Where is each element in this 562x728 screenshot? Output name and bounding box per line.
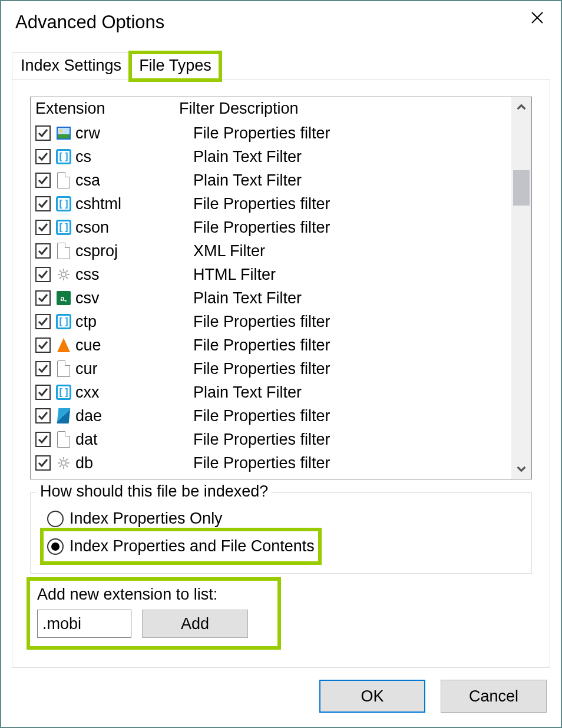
checkmark-icon bbox=[38, 222, 48, 233]
svg-line-6 bbox=[66, 277, 68, 279]
add-extension-label: Add new extension to list: bbox=[37, 585, 272, 604]
checkbox[interactable] bbox=[35, 432, 51, 447]
checkbox[interactable] bbox=[35, 455, 51, 471]
checkbox[interactable] bbox=[35, 220, 51, 235]
svg-point-0 bbox=[61, 272, 66, 277]
list-item[interactable]: a,csvPlain Text Filter bbox=[31, 286, 511, 310]
checkmark-icon bbox=[38, 458, 48, 468]
filter-description: Plain Text Filter bbox=[193, 148, 511, 166]
checkmark-icon bbox=[38, 293, 48, 303]
svg-line-5 bbox=[59, 270, 61, 272]
extension-name: crw bbox=[75, 124, 193, 143]
column-header-extension[interactable]: Extension bbox=[35, 100, 179, 118]
dialog-footer: OK Cancel bbox=[1, 668, 561, 727]
code-bracket-icon: [ ] bbox=[55, 384, 72, 401]
list-item[interactable]: datFile Properties filter bbox=[31, 428, 511, 451]
list-item[interactable]: [ ]ctpFile Properties filter bbox=[31, 310, 511, 333]
tab-file-types[interactable]: File Types bbox=[130, 52, 220, 80]
list-item[interactable]: [ ]cxxPlain Text Filter bbox=[31, 380, 511, 404]
index-mode-group: How should this file be indexed? Index P… bbox=[30, 492, 532, 574]
checkmark-icon bbox=[38, 387, 48, 398]
checkbox[interactable] bbox=[35, 290, 51, 306]
checkmark-icon bbox=[38, 363, 48, 374]
radio-properties-and-contents[interactable]: Index Properties and File Contents bbox=[45, 532, 317, 560]
list-item[interactable]: crwFile Properties filter bbox=[31, 121, 511, 145]
scroll-thumb[interactable] bbox=[513, 170, 530, 206]
extension-name: csa bbox=[75, 171, 193, 190]
svg-line-17 bbox=[59, 465, 61, 467]
checkbox[interactable] bbox=[35, 243, 51, 259]
filter-description: File Properties filter bbox=[193, 336, 511, 355]
tab-panel-file-types: Extension Filter Description crwFile Pro… bbox=[12, 80, 550, 668]
list-item[interactable]: cssHTML Filter bbox=[31, 263, 511, 286]
checkmark-icon bbox=[38, 340, 48, 350]
extension-name: cue bbox=[75, 336, 193, 355]
checkbox[interactable] bbox=[35, 361, 51, 376]
radio-icon bbox=[47, 511, 64, 527]
filter-description: HTML Filter bbox=[193, 266, 511, 284]
ok-button[interactable]: OK bbox=[319, 680, 425, 713]
checkbox[interactable] bbox=[35, 385, 51, 400]
checkbox[interactable] bbox=[35, 125, 51, 141]
list-item[interactable]: [ ]csonFile Properties filter bbox=[31, 216, 511, 239]
list-item[interactable]: csprojXML Filter bbox=[31, 239, 511, 263]
radio-label: Index Properties Only bbox=[70, 509, 223, 528]
list-item[interactable]: cueFile Properties filter bbox=[31, 333, 511, 357]
tab-index-settings[interactable]: Index Settings bbox=[12, 52, 130, 80]
scroll-track[interactable] bbox=[511, 117, 531, 459]
checkmark-icon bbox=[38, 246, 48, 256]
window-title: Advanced Options bbox=[15, 12, 164, 33]
filter-description: File Properties filter bbox=[193, 431, 511, 449]
list-item[interactable]: daeFile Properties filter bbox=[31, 404, 511, 428]
image-file-icon bbox=[55, 125, 72, 141]
checkbox[interactable] bbox=[35, 337, 51, 353]
filter-description: Plain Text Filter bbox=[193, 289, 511, 307]
excel-file-icon: a, bbox=[55, 290, 72, 306]
extension-name: cxx bbox=[75, 383, 193, 402]
list-item[interactable]: curFile Properties filter bbox=[31, 357, 511, 380]
filter-description: File Properties filter bbox=[193, 124, 511, 143]
extension-name: cson bbox=[75, 219, 193, 237]
file-page-icon bbox=[55, 172, 72, 188]
list-item[interactable]: [ ]cshtmlFile Properties filter bbox=[31, 192, 511, 216]
extension-name: db bbox=[75, 454, 193, 472]
checkbox[interactable] bbox=[35, 408, 51, 423]
list-item[interactable]: csaPlain Text Filter bbox=[31, 168, 511, 192]
radio-properties-only[interactable]: Index Properties Only bbox=[45, 505, 225, 532]
extension-name: ctp bbox=[75, 313, 193, 331]
code-bracket-icon: [ ] bbox=[55, 219, 72, 236]
tab-strip: Index Settings File Types bbox=[12, 52, 550, 80]
dialog-content: Index Settings File Types Extension Filt… bbox=[1, 40, 561, 668]
close-button[interactable] bbox=[525, 11, 549, 34]
filter-description: File Properties filter bbox=[193, 454, 511, 472]
checkbox[interactable] bbox=[35, 314, 51, 329]
filter-description: XML Filter bbox=[193, 242, 511, 260]
list-item[interactable]: dbFile Properties filter bbox=[31, 451, 511, 475]
column-header-filter[interactable]: Filter Description bbox=[179, 100, 511, 118]
svg-line-14 bbox=[59, 459, 61, 461]
checkmark-icon bbox=[38, 411, 48, 421]
new-extension-input[interactable] bbox=[37, 610, 131, 638]
add-extension-section: Add new extension to list: Add bbox=[30, 581, 277, 646]
titlebar: Advanced Options bbox=[1, 1, 561, 40]
checkmark-icon bbox=[38, 269, 48, 280]
chevron-down-icon bbox=[517, 464, 526, 474]
list-item[interactable]: [ ]csPlain Text Filter bbox=[31, 145, 511, 168]
add-button[interactable]: Add bbox=[142, 610, 248, 638]
checkbox[interactable] bbox=[35, 173, 51, 188]
code-bracket-icon: [ ] bbox=[55, 148, 72, 165]
filter-description: File Properties filter bbox=[193, 219, 511, 237]
checkbox[interactable] bbox=[35, 149, 51, 164]
cancel-button[interactable]: Cancel bbox=[441, 680, 547, 713]
checkbox[interactable] bbox=[35, 267, 51, 282]
file-types-list: Extension Filter Description crwFile Pro… bbox=[30, 97, 532, 479]
scroll-down-button[interactable] bbox=[511, 459, 531, 479]
list-header: Extension Filter Description bbox=[31, 97, 511, 121]
scroll-up-button[interactable] bbox=[511, 97, 531, 117]
scrollbar[interactable] bbox=[511, 97, 531, 479]
model-file-icon bbox=[55, 408, 72, 424]
checkmark-icon bbox=[38, 128, 48, 138]
checkmark-icon bbox=[38, 434, 48, 445]
checkbox[interactable] bbox=[35, 196, 51, 211]
extension-name: css bbox=[75, 266, 193, 284]
